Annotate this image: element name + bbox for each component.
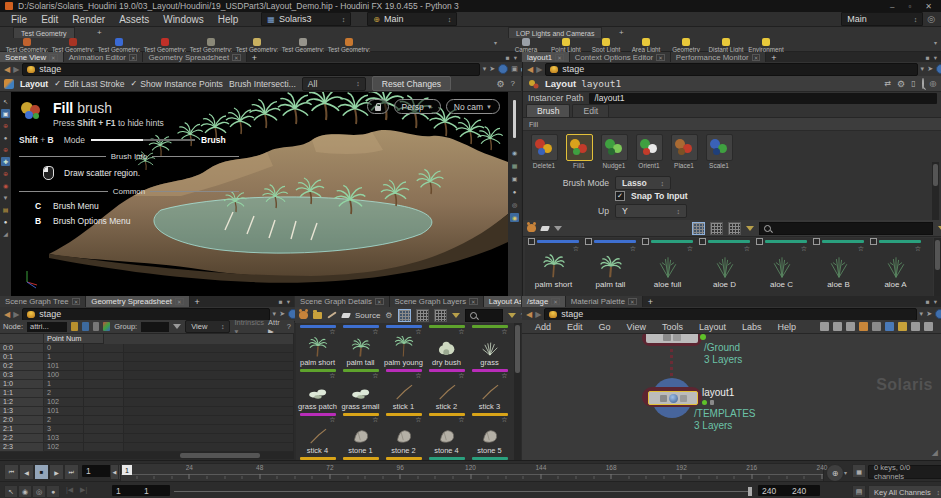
favorite-star-icon[interactable]: ☆ [343, 328, 379, 336]
brush-orient1[interactable]: Orient1 [634, 134, 664, 169]
prims-mode-icon[interactable] [93, 322, 100, 331]
brush-nudge1[interactable]: Nudge1 [599, 134, 629, 169]
display-flag-icon[interactable] [700, 334, 706, 340]
compare-icon[interactable]: ⇄ [884, 79, 891, 89]
pin-icon[interactable]: ➤ [489, 65, 495, 73]
favorite-star-icon[interactable]: ☆ [472, 372, 508, 380]
viewport-tool-icon-8[interactable]: ▼ [1, 193, 10, 202]
params-tab-edit[interactable]: Edit [572, 104, 609, 117]
up-dropdown[interactable]: Y↕ [615, 204, 687, 218]
favorite-star-icon[interactable]: ☆ [585, 245, 636, 253]
menu-edit[interactable]: Edit [34, 14, 65, 25]
snap-checkbox[interactable]: ✓ [615, 191, 625, 201]
snapshot-icon[interactable] [885, 322, 894, 331]
shelf-overflow-icon[interactable]: ▾ [494, 39, 497, 46]
close-button[interactable]: ✕ [925, 2, 932, 11]
favorite-star-icon[interactable]: ☆ [813, 245, 864, 253]
asset-palm-tall[interactable]: ☆palm tall [339, 323, 382, 367]
asset-palm-tall[interactable]: ☆palm tall [582, 238, 639, 296]
favorite-star-icon[interactable]: ☆ [300, 328, 336, 336]
close-icon[interactable]: ✕ [375, 298, 384, 305]
viewport-display-icon-0[interactable]: ◉ [510, 148, 519, 157]
resize-grip-icon[interactable]: ◢ [932, 448, 938, 457]
filter-dropdown[interactable]: All ↕ [302, 77, 366, 91]
camera-dropdown[interactable]: No cam▼ [446, 99, 500, 114]
network-menu-help[interactable]: Help [770, 320, 803, 333]
menu-assets[interactable]: Assets [112, 14, 156, 25]
gallery-vscrollbar[interactable] [514, 323, 521, 460]
close-icon[interactable]: ✕ [232, 54, 241, 61]
asset-palm-young[interactable]: ☆palm young [382, 323, 425, 367]
chevron-down-icon[interactable]: ▾ [921, 65, 925, 73]
bookmark-icon[interactable]: ▯ [911, 79, 915, 89]
nav-forward-icon[interactable]: ▶ [536, 65, 542, 74]
viewport-tool-icon-5[interactable]: ✚ [1, 157, 10, 166]
viewport-display-icon-5[interactable]: ◉ [510, 213, 519, 222]
toggle-brush-intersect[interactable]: Brush Intersecti... [229, 79, 296, 89]
network-canvas[interactable]: /Ground 3 Layers layout1 /TEMPLATES 3 La… [522, 334, 941, 460]
favorite-star-icon[interactable]: ☆ [343, 416, 379, 424]
chevron-down-icon[interactable]: ▾ [934, 54, 937, 62]
favorite-star-icon[interactable]: ☆ [300, 372, 336, 380]
grid-large-icon[interactable] [728, 222, 741, 235]
toggle-show-instance-points[interactable]: ✓ Show Instance Points [131, 79, 223, 89]
viewport-tool-icon-1[interactable]: ▣ [1, 109, 10, 118]
globe-icon[interactable] [935, 309, 941, 319]
brush-delete1[interactable]: Delete1 [529, 134, 559, 169]
params-tab-brush[interactable]: Brush [526, 104, 570, 117]
gallery-icon[interactable] [898, 322, 907, 331]
nav-back-icon[interactable]: ◀ [4, 310, 10, 319]
range-slider-handle[interactable] [748, 487, 752, 496]
favorite-star-icon[interactable]: ☆ [528, 245, 579, 253]
menu-help[interactable]: Help [211, 14, 246, 25]
asset-aloe-a[interactable]: ☆aloe A [867, 238, 924, 296]
keyframe-view-icon[interactable]: ▦ [852, 464, 866, 478]
asset-stone-2[interactable]: ☆stone 2 [382, 411, 425, 455]
network-menu-tools[interactable]: Tools [655, 320, 690, 333]
chevron-down-icon[interactable]: ▾ [483, 65, 487, 73]
layout-grid-icon[interactable] [872, 322, 881, 331]
asset-palm-short[interactable]: ☆palm short [525, 238, 582, 296]
search-icon[interactable] [911, 322, 920, 331]
nav-forward-icon[interactable]: ▶ [13, 65, 19, 74]
node-name-field[interactable]: layout1 [581, 78, 621, 89]
range-start2-field[interactable]: 1 [140, 485, 170, 496]
asset-checkbox[interactable] [642, 238, 649, 245]
favorite-star-icon[interactable]: ☆ [472, 328, 508, 336]
network-menu-add[interactable]: Add [528, 320, 558, 333]
chevron-down-icon[interactable]: ▾ [287, 298, 290, 306]
grid-small-icon[interactable] [398, 309, 411, 322]
favorite-star-icon[interactable]: ☆ [429, 416, 465, 424]
network-menu-layout[interactable]: Layout [692, 320, 733, 333]
projection-dropdown[interactable]: Persp▼ [394, 99, 441, 114]
grid-large-icon[interactable] [434, 309, 447, 322]
gear-icon[interactable]: ⚙ [385, 311, 392, 320]
eraser-icon[interactable] [341, 313, 351, 318]
wrench-icon[interactable] [820, 322, 829, 331]
viewport-tool-icon-3[interactable]: ● [1, 133, 10, 142]
globe-icon[interactable] [936, 64, 941, 74]
maximize-button[interactable]: ▫ [908, 2, 911, 11]
filter-icon[interactable] [173, 324, 181, 329]
play-button[interactable]: ▶ [49, 464, 64, 480]
menu-render[interactable]: Render [65, 14, 112, 25]
favorite-star-icon[interactable]: ☆ [870, 245, 921, 253]
favorite-star-icon[interactable]: ☆ [386, 372, 422, 380]
search-icon[interactable] [922, 79, 924, 89]
gallery-tab-layout-asset-gallery[interactable]: Layout Asset Gallery✕ [484, 296, 521, 307]
viewport[interactable]: ↖▣⊕●⊕✚⊕◉▼▤●◢ [0, 92, 521, 296]
menu-windows[interactable]: Windows [156, 14, 211, 25]
scene-selector[interactable]: ⊕ Main ↕ [367, 12, 457, 26]
brush-mode-dropdown[interactable]: Lasso↕ [615, 176, 671, 190]
asset-aloe-c[interactable]: ☆aloe C [753, 238, 810, 296]
pane-menu-icon[interactable]: ■ [926, 298, 930, 305]
asset-checkbox[interactable] [870, 238, 877, 245]
asset-grass-small[interactable]: ☆grass small [339, 367, 382, 411]
range-step-back-icon[interactable]: |◀ [66, 486, 73, 494]
range-start-field[interactable]: 1 [112, 485, 142, 496]
pane-menu-icon[interactable]: ■ [926, 54, 930, 61]
range-slider[interactable] [174, 491, 752, 492]
viewport-tool-icon-9[interactable]: ▤ [1, 205, 10, 214]
pin-icon[interactable]: ➤ [926, 310, 932, 318]
asset-palm-short[interactable]: ☆palm short [296, 323, 339, 367]
